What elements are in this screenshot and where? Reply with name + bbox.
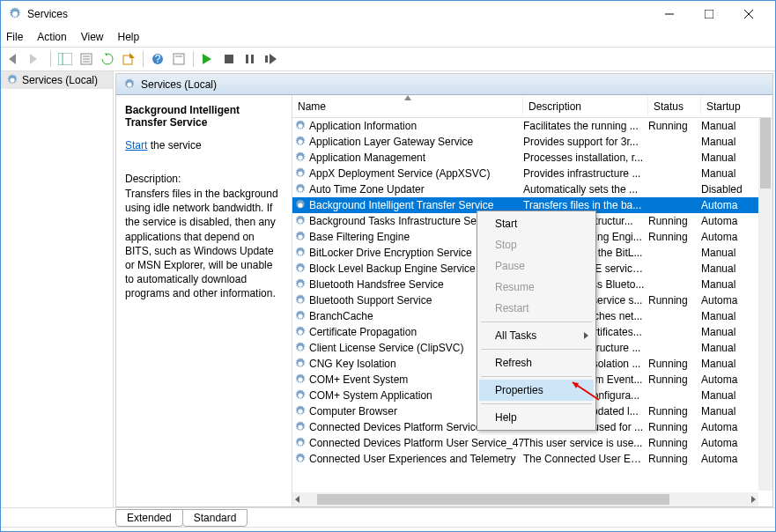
- refresh-button[interactable]: [99, 50, 116, 68]
- gear-icon: [294, 437, 307, 449]
- service-description: Facilitates the running ...: [523, 120, 648, 132]
- pause-service-button[interactable]: [241, 50, 259, 68]
- export-list-button[interactable]: [120, 50, 137, 68]
- svg-point-41: [298, 425, 302, 429]
- service-name: Connected Devices Platform User Service_…: [309, 437, 523, 449]
- gear-icon: [294, 183, 307, 196]
- close-button[interactable]: [728, 2, 768, 26]
- scroll-right-icon[interactable]: [748, 494, 758, 505]
- pane-header-title: Services (Local): [141, 78, 217, 91]
- show-hide-console-tree-button[interactable]: [56, 50, 74, 68]
- service-row[interactable]: Application ManagementProcesses installa…: [292, 150, 772, 166]
- svg-point-33: [298, 298, 302, 302]
- svg-point-30: [298, 250, 302, 255]
- service-name: Connected Devices Platform Service: [309, 421, 481, 433]
- selected-service-name: Background Intelligent Transfer Service: [125, 104, 283, 129]
- help-button[interactable]: ?: [149, 50, 166, 68]
- start-link-suffix: the service: [147, 139, 201, 151]
- tab-standard[interactable]: Standard: [182, 509, 248, 527]
- svg-point-0: [12, 11, 18, 17]
- scroll-left-icon[interactable]: [292, 494, 303, 505]
- tree-item-services-local[interactable]: Services (Local): [1, 71, 113, 89]
- service-name: Computer Browser: [309, 405, 397, 417]
- scrollbar-thumb[interactable]: [760, 118, 771, 188]
- gear-icon: [294, 326, 307, 338]
- service-name: Background Intelligent Transfer Service: [309, 199, 493, 211]
- sort-asc-icon: [404, 95, 411, 100]
- context-menu-separator: [481, 321, 592, 322]
- column-name[interactable]: Name: [292, 97, 523, 116]
- service-name: Connected User Experiences and Telemetry: [309, 453, 516, 465]
- detail-pane: Background Intelligent Transfer Service …: [116, 95, 292, 506]
- nav-back-button[interactable]: [6, 50, 24, 68]
- svg-rect-2: [705, 10, 713, 18]
- column-description-label: Description: [528, 100, 581, 113]
- svg-point-29: [298, 234, 302, 239]
- pane-header: Services (Local): [116, 74, 772, 95]
- menu-help[interactable]: Help: [118, 31, 140, 43]
- context-menu-start[interactable]: Start: [479, 213, 594, 234]
- svg-point-24: [298, 155, 302, 159]
- context-menu-all-tasks[interactable]: All Tasks: [479, 325, 594, 346]
- stop-service-button[interactable]: [220, 50, 238, 68]
- gear-icon: [6, 74, 18, 86]
- service-description: Processes installation, r...: [523, 151, 648, 164]
- gear-icon: [294, 199, 307, 211]
- svg-point-21: [127, 82, 131, 86]
- column-startup[interactable]: Startup: [701, 97, 772, 116]
- gear-icon: [294, 453, 307, 465]
- svg-rect-5: [58, 53, 72, 65]
- svg-text:?: ?: [155, 53, 161, 65]
- context-menu-help[interactable]: Help: [479, 407, 594, 428]
- minimize-button[interactable]: [649, 2, 689, 26]
- service-status: Running: [648, 120, 701, 132]
- svg-point-35: [298, 329, 302, 334]
- service-row[interactable]: Auto Time Zone UpdaterAutomatically sets…: [292, 181, 772, 197]
- column-description[interactable]: Description: [523, 97, 648, 116]
- restart-service-button[interactable]: [262, 50, 280, 68]
- tab-extended[interactable]: Extended: [115, 509, 183, 527]
- console-tree: Services (Local): [1, 71, 114, 507]
- service-status: Running: [648, 231, 701, 243]
- start-link[interactable]: Start: [125, 139, 147, 151]
- maximize-button[interactable]: [689, 2, 728, 26]
- tab-standard-label: Standard: [194, 512, 237, 524]
- hscroll-thumb[interactable]: [317, 494, 669, 505]
- vertical-scrollbar[interactable]: [758, 118, 772, 491]
- start-service-button[interactable]: [199, 50, 217, 68]
- svg-point-23: [298, 139, 302, 144]
- service-status: Running: [648, 405, 701, 417]
- service-row[interactable]: AppX Deployment Service (AppXSVC)Provide…: [292, 166, 772, 181]
- properties-icon-button[interactable]: [170, 50, 188, 68]
- service-row[interactable]: Connected User Experiences and Telemetry…: [292, 451, 772, 467]
- svg-point-42: [298, 440, 302, 445]
- svg-point-43: [298, 456, 302, 461]
- service-name: Application Layer Gateway Service: [309, 136, 473, 148]
- menu-file[interactable]: File: [6, 31, 23, 43]
- service-name: Client License Service (ClipSVC): [309, 342, 463, 354]
- gear-icon: [294, 405, 307, 417]
- svg-point-38: [298, 377, 302, 381]
- gear-icon: [294, 151, 307, 164]
- menu-view[interactable]: View: [81, 31, 104, 43]
- column-status-label: Status: [654, 100, 684, 113]
- context-menu-resume: Resume: [479, 277, 594, 298]
- service-row[interactable]: Connected Devices Platform User Service_…: [292, 435, 772, 451]
- context-menu-properties[interactable]: Properties: [479, 380, 594, 401]
- service-row[interactable]: Application Layer Gateway ServiceProvide…: [292, 134, 772, 150]
- service-description: Transfers files in the ba...: [523, 199, 648, 211]
- nav-forward-button[interactable]: [27, 50, 45, 68]
- svg-rect-16: [225, 55, 233, 63]
- gear-icon: [294, 120, 307, 132]
- context-menu-restart: Restart: [479, 298, 594, 319]
- service-row[interactable]: Application InformationFacilitates the r…: [292, 118, 772, 134]
- horizontal-scrollbar[interactable]: [292, 492, 758, 506]
- svg-point-26: [298, 187, 302, 191]
- context-menu-refresh[interactable]: Refresh: [479, 352, 594, 373]
- column-name-label: Name: [298, 100, 326, 113]
- column-status[interactable]: Status: [648, 97, 701, 116]
- service-status: Running: [648, 437, 701, 449]
- menu-action[interactable]: Action: [37, 31, 66, 43]
- properties-button[interactable]: [78, 50, 95, 68]
- service-name: BitLocker Drive Encryption Service: [309, 247, 472, 259]
